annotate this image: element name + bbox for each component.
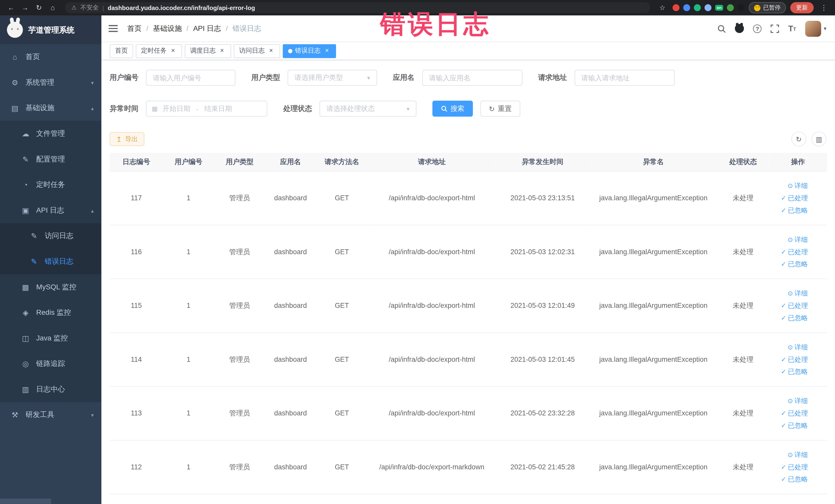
user-type-select[interactable]: 请选择用户类型 ▾ [287, 70, 377, 86]
detail-link[interactable]: ⊙详细 [788, 234, 808, 245]
detail-link[interactable]: ⊙详细 [788, 180, 808, 191]
avatar[interactable] [805, 21, 821, 37]
cell-request-url: /api/infra/db-doc/export-html [368, 171, 496, 225]
tab-label: 调度日志 [190, 46, 216, 55]
breadcrumb-home[interactable]: 首页 [127, 24, 142, 33]
reset-button[interactable]: ↻ 重置 [480, 101, 520, 117]
ignored-link[interactable]: ✓已忽略 [781, 420, 808, 430]
sidebar-item-home[interactable]: ⌂首页 [0, 44, 101, 70]
reload-icon[interactable]: ↻ [33, 4, 45, 12]
detail-link[interactable]: ⊙详细 [788, 449, 808, 460]
font-size-icon[interactable]: TT [788, 24, 796, 32]
fullscreen-icon[interactable] [771, 24, 779, 33]
tab-error-log[interactable]: 错误日志× [283, 44, 336, 58]
sidebar-item-scheduled-task[interactable]: ◔定时任务 [0, 172, 101, 198]
sidebar-item-file-management[interactable]: ☁文件管理 [0, 121, 101, 147]
github-icon[interactable] [735, 24, 744, 33]
sidebar-item-label: 首页 [26, 52, 40, 62]
check-icon: ✓ [781, 313, 786, 323]
processed-link[interactable]: ✓已处理 [781, 300, 808, 311]
cell-log-id: 114 [109, 332, 163, 386]
close-icon[interactable]: × [323, 47, 331, 55]
sidebar-item-infrastructure[interactable]: ▤基础设施▴ [0, 95, 101, 121]
user-menu[interactable]: ▾ [805, 21, 827, 37]
process-status-select[interactable]: 请选择处理状态 ▾ [320, 101, 416, 117]
export-button[interactable]: ↥ 导出 [109, 132, 144, 146]
sidebar-item-api-log[interactable]: ▣API 日志▴ [0, 198, 101, 223]
leaf-extension-icon[interactable] [727, 4, 734, 11]
forward-icon[interactable]: → [19, 4, 31, 12]
ignored-link[interactable]: ✓已忽略 [781, 205, 808, 216]
detail-link[interactable]: ⊙详细 [788, 342, 808, 352]
processed-link[interactable]: ✓已处理 [781, 462, 808, 472]
tab-access-log[interactable]: 访问日志× [234, 44, 280, 58]
range-separator: - [196, 105, 199, 113]
sidebar-item-mysql-monitor[interactable]: ▦MySQL 监控 [0, 274, 101, 300]
sidebar-item-trace[interactable]: ◎链路追踪 [0, 351, 101, 377]
sidebar-menu: ⌂首页⚙系统管理▾▤基础设施▴☁文件管理✎配置管理◔定时任务▣API 日志▴✎访… [0, 44, 101, 428]
sidebar-item-system-management[interactable]: ⚙系统管理▾ [0, 70, 101, 96]
eye-icon: ⊙ [788, 449, 793, 460]
cell-status: 未处理 [717, 171, 769, 225]
sidebar-item-redis-monitor[interactable]: ◈Redis 监控 [0, 300, 101, 326]
grid-extension-icon[interactable] [704, 4, 711, 11]
breadcrumb-infrastructure[interactable]: 基础设施 [153, 24, 182, 33]
detail-link[interactable]: ⊙详细 [788, 288, 808, 298]
processed-link[interactable]: ✓已处理 [781, 354, 808, 365]
kebab-menu-icon[interactable]: ⋮ [818, 4, 830, 12]
breadcrumb-api-log[interactable]: API 日志 [193, 24, 221, 33]
search-icon[interactable] [717, 24, 726, 33]
tab-schedule-log[interactable]: 调度日志× [185, 44, 231, 58]
check-icon: ✓ [781, 193, 786, 203]
request-url-input[interactable] [574, 70, 674, 86]
bookmark-star-icon[interactable]: ☆ [657, 4, 668, 12]
rabbit-logo-icon [7, 22, 23, 38]
on-badge-extension-icon[interactable]: on [715, 5, 723, 11]
app-name-input[interactable] [422, 70, 522, 86]
paw-extension-icon[interactable] [737, 4, 745, 11]
end-date-placeholder: 结束日期 [204, 104, 232, 114]
sidebar-collapse-bar[interactable] [0, 499, 51, 504]
processed-link[interactable]: ✓已处理 [781, 408, 808, 418]
cell-request-url: /api/infra/db-doc/export-html [368, 332, 496, 386]
processed-link[interactable]: ✓已处理 [781, 193, 808, 203]
sidebar-item-dev-tools[interactable]: ⚒研发工具▾ [0, 402, 101, 428]
cell-app-name: dashboard [265, 225, 316, 279]
sidebar-item-label: 错误日志 [45, 257, 74, 266]
red-extension-icon[interactable] [673, 4, 679, 11]
sidebar-item-error-log[interactable]: ✎错误日志 [0, 249, 101, 275]
hamburger-icon[interactable] [108, 25, 118, 32]
tab-scheduled-task[interactable]: 定时任务× [136, 44, 182, 58]
exception-time-range[interactable]: ▦ 开始日期 - 结束日期 [146, 101, 267, 117]
ignored-link[interactable]: ✓已忽略 [781, 474, 808, 484]
back-icon[interactable]: ← [5, 4, 17, 12]
sidebar-item-log-center[interactable]: ▥日志中心 [0, 377, 101, 402]
request-url-label: 请求地址 [538, 73, 567, 82]
processed-link[interactable]: ✓已处理 [781, 246, 808, 257]
blue-extension-icon[interactable] [683, 4, 690, 11]
ignored-link[interactable]: ✓已忽略 [781, 366, 808, 377]
address-bar[interactable]: ⚠ 不安全 | dashboard.yudao.iocoder.cn/infra… [65, 2, 650, 13]
detail-link[interactable]: ⊙详细 [788, 396, 808, 406]
user-id-input[interactable] [146, 70, 236, 86]
close-icon[interactable]: × [267, 47, 274, 55]
search-button[interactable]: 搜索 [432, 101, 473, 117]
help-icon[interactable]: ? [753, 24, 761, 33]
col-method: 请求方法名 [316, 153, 368, 171]
sidebar-item-label: 访问日志 [45, 231, 74, 241]
browser-home-icon[interactable]: ⌂ [47, 4, 59, 12]
close-icon[interactable]: × [169, 47, 177, 55]
sidebar-item-config-management[interactable]: ✎配置管理 [0, 147, 101, 172]
home-icon: ⌂ [11, 53, 19, 61]
ignored-link[interactable]: ✓已忽略 [781, 259, 808, 269]
sidebar-item-java-monitor[interactable]: ◫Java 监控 [0, 326, 101, 351]
tab-home[interactable]: 首页 [109, 44, 133, 58]
refresh-table-button[interactable]: ↻ [791, 132, 806, 146]
paused-badge[interactable]: 已暂停 [749, 2, 786, 13]
ignored-link[interactable]: ✓已忽略 [781, 313, 808, 323]
column-settings-button[interactable]: ▥ [812, 132, 827, 146]
sidebar-item-access-log[interactable]: ✎访问日志 [0, 223, 101, 249]
green-circle-extension-icon[interactable] [694, 4, 701, 11]
close-icon[interactable]: × [219, 47, 226, 55]
update-button[interactable]: 更新 [790, 2, 814, 13]
